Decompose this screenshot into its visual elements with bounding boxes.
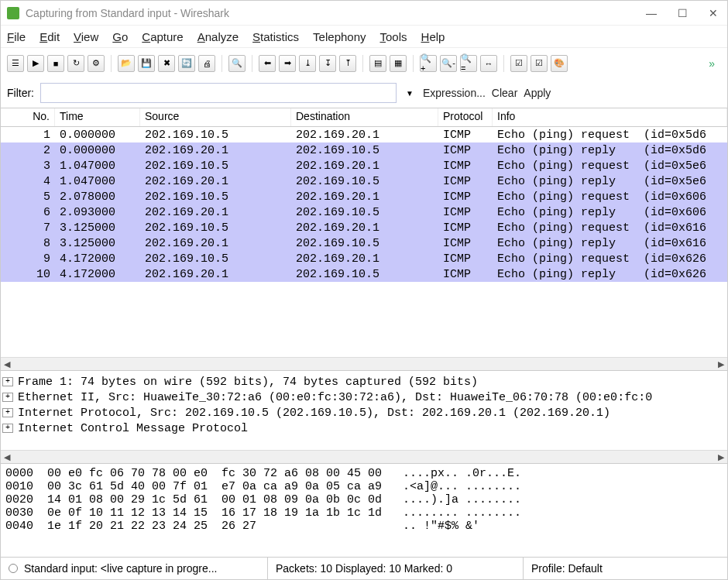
toolbar-zoom-fit-button[interactable]: 🔍= <box>460 55 477 72</box>
toolbar-close-button[interactable]: ✖ <box>158 55 175 72</box>
expression-button[interactable]: Expression... <box>423 87 486 99</box>
toolbar-capture-start-button[interactable]: ▶ <box>27 55 44 72</box>
packet-cell-time: 4.172000 <box>55 252 140 266</box>
expand-icon[interactable]: + <box>2 377 13 386</box>
menu-tools[interactable]: Tools <box>380 30 407 43</box>
expand-icon[interactable]: + <box>2 408 13 417</box>
packet-cell-proto: ICMP <box>438 237 493 250</box>
packet-cell-src: 202.169.10.5 <box>140 129 291 142</box>
col-header-no[interactable]: No. <box>1 108 55 126</box>
packet-row[interactable]: 73.125000202.169.10.5202.169.20.1ICMPEch… <box>1 220 727 235</box>
toolbar-display-filters-button[interactable]: ☑ <box>531 55 548 72</box>
packet-row[interactable]: 52.078000202.169.10.5202.169.20.1ICMPEch… <box>1 189 727 204</box>
status-profile[interactable]: Profile: Default <box>524 558 727 579</box>
toolbar-capture-restart-button[interactable]: ↻ <box>67 55 84 72</box>
toolbar-resize-cols-button[interactable]: ↔ <box>480 55 497 72</box>
maximize-button[interactable]: ☐ <box>675 7 690 19</box>
col-header-protocol[interactable]: Protocol <box>438 108 493 126</box>
filter-dropdown-icon[interactable]: ▼ <box>403 89 417 98</box>
toolbar-go-back-button[interactable]: ⬅ <box>259 55 276 72</box>
clear-button[interactable]: Clear <box>492 87 517 99</box>
scroll-left-icon[interactable]: ◀ <box>4 452 10 462</box>
close-button[interactable]: ✕ <box>706 7 721 19</box>
packet-cell-src: 202.169.10.5 <box>140 160 291 173</box>
tree-node[interactable]: +Internet Protocol, Src: 202.169.10.5 (2… <box>2 405 726 420</box>
packet-row[interactable]: 83.125000202.169.20.1202.169.10.5ICMPEch… <box>1 235 727 251</box>
packet-cell-src: 202.169.20.1 <box>140 237 291 250</box>
toolbar-go-last-button[interactable]: ⤓ <box>299 55 316 72</box>
tree-node[interactable]: +Internet Control Message Protocol <box>2 420 726 436</box>
toolbar-save-button[interactable]: 💾 <box>138 55 155 72</box>
packet-cell-dst: 202.169.20.1 <box>291 190 438 204</box>
toolbar-capture-options-button[interactable]: ⚙ <box>88 55 105 72</box>
col-header-time[interactable]: Time <box>55 108 140 126</box>
packet-cell-time: 2.093000 <box>55 206 140 219</box>
filter-input[interactable] <box>40 83 397 103</box>
packet-cell-dst: 202.169.20.1 <box>291 129 438 142</box>
toolbar-list-button[interactable]: ☰ <box>7 55 24 72</box>
col-header-info[interactable]: Info <box>493 108 727 126</box>
toolbar-capture-stop-button[interactable]: ■ <box>47 55 64 72</box>
packet-cell-proto: ICMP <box>438 221 493 235</box>
expand-icon[interactable]: + <box>2 424 13 433</box>
toolbar-open-button[interactable]: 📂 <box>118 55 135 72</box>
menu-go[interactable]: Go <box>112 30 128 43</box>
menu-edit[interactable]: Edit <box>39 30 60 43</box>
menu-view[interactable]: View <box>74 30 98 43</box>
apply-button[interactable]: Apply <box>524 87 551 99</box>
menu-capture[interactable]: Capture <box>142 30 183 43</box>
toolbar-go-to-button[interactable]: ↧ <box>319 55 336 72</box>
scroll-left-icon[interactable]: ◀ <box>4 359 10 369</box>
menu-telephony[interactable]: Telephony <box>313 30 366 43</box>
packet-cell-info: Echo (ping) request (id=0x626 <box>493 252 727 266</box>
packet-cell-proto: ICMP <box>438 175 493 188</box>
menu-analyze[interactable]: Analyze <box>197 30 239 43</box>
col-header-source[interactable]: Source <box>140 108 291 126</box>
packet-list-scrollbar[interactable]: ◀ ▶ <box>1 357 727 370</box>
toolbar-zoom-in-button[interactable]: 🔍+ <box>420 55 437 72</box>
packet-cell-no: 6 <box>1 206 55 219</box>
packet-row[interactable]: 20.000000202.169.20.1202.169.10.5ICMPEch… <box>1 142 727 158</box>
menu-statistics[interactable]: Statistics <box>252 30 299 43</box>
toolbar-separator <box>503 55 504 72</box>
toolbar-go-forward-button[interactable]: ➡ <box>279 55 296 72</box>
toolbar-find-button[interactable]: 🔍 <box>228 55 246 72</box>
toolbar-zoom-out-button[interactable]: 🔍- <box>440 55 457 72</box>
window-controls: — ☐ ✕ <box>644 7 721 19</box>
toolbar-reload-button[interactable]: 🔄 <box>178 55 195 72</box>
col-header-destination[interactable]: Destination <box>291 108 438 126</box>
minimize-button[interactable]: — <box>644 7 659 19</box>
packet-row[interactable]: 10.000000202.169.10.5202.169.20.1ICMPEch… <box>1 127 727 142</box>
packet-cell-no: 4 <box>1 175 55 188</box>
toolbar-capture-filters-button[interactable]: ☑ <box>510 55 527 72</box>
tree-node[interactable]: +Frame 1: 74 bytes on wire (592 bits), 7… <box>2 374 726 390</box>
packet-row[interactable]: 62.093000202.169.20.1202.169.10.5ICMPEch… <box>1 204 727 220</box>
packet-cell-src: 202.169.10.5 <box>140 221 291 235</box>
packet-cell-no: 10 <box>1 268 55 281</box>
scroll-right-icon[interactable]: ▶ <box>718 359 724 369</box>
status-capture: Standard input: <live capture in progre.… <box>1 558 268 579</box>
packet-row[interactable]: 94.172000202.169.10.5202.169.20.1ICMPEch… <box>1 251 727 266</box>
scroll-right-icon[interactable]: ▶ <box>718 452 724 462</box>
packet-cell-info: Echo (ping) reply (id=0x5e6 <box>493 175 727 188</box>
packet-cell-dst: 202.169.20.1 <box>291 252 438 266</box>
packet-row[interactable]: 41.047000202.169.20.1202.169.10.5ICMPEch… <box>1 173 727 189</box>
expand-icon[interactable]: + <box>2 393 13 402</box>
toolbar-overflow-button[interactable]: » <box>702 57 721 70</box>
details-scrollbar[interactable]: ◀ ▶ <box>1 450 727 463</box>
toolbar-coloring-rules-button[interactable]: 🎨 <box>551 55 568 72</box>
packet-cell-info: Echo (ping) request (id=0x606 <box>493 190 727 204</box>
toolbar-colorize-button[interactable]: ▤ <box>369 55 386 72</box>
tree-node[interactable]: +Ethernet II, Src: HuaweiTe_30:72:a6 (00… <box>2 390 726 405</box>
toolbar-auto-scroll-button[interactable]: ▦ <box>390 55 407 72</box>
toolbar-go-first-button[interactable]: ⤒ <box>339 55 356 72</box>
window-title: Capturing from Standard input - Wireshar… <box>26 7 644 19</box>
menu-help[interactable]: Help <box>421 30 445 43</box>
toolbar-print-button[interactable]: 🖨 <box>198 55 215 72</box>
packet-cell-time: 3.125000 <box>55 237 140 250</box>
filter-label: Filter: <box>7 87 34 99</box>
menu-file[interactable]: File <box>7 30 26 43</box>
packet-row[interactable]: 104.172000202.169.20.1202.169.10.5ICMPEc… <box>1 266 727 282</box>
status-profile-text: Profile: Default <box>531 562 603 575</box>
packet-row[interactable]: 31.047000202.169.10.5202.169.20.1ICMPEch… <box>1 158 727 173</box>
